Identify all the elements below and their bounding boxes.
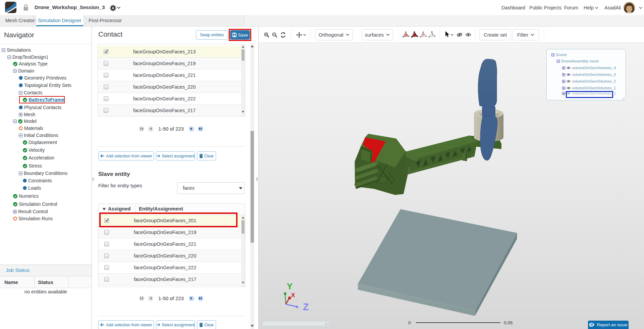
svg-text:X: X <box>291 292 295 298</box>
svg-text:Z: Z <box>303 301 309 312</box>
svg-text:Y: Y <box>287 281 292 291</box>
